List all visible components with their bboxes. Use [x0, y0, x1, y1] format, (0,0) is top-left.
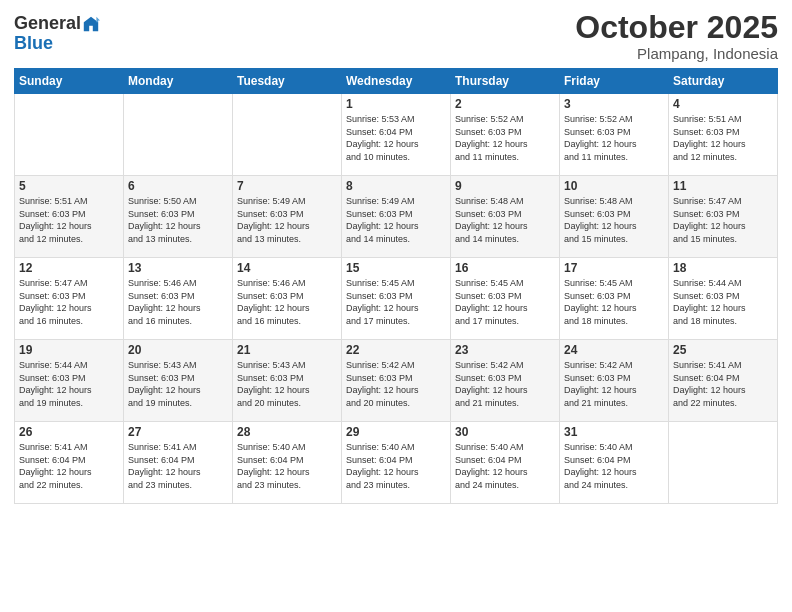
table-cell: 16Sunrise: 5:45 AM Sunset: 6:03 PM Dayli… — [451, 258, 560, 340]
day-info: Sunrise: 5:53 AM Sunset: 6:04 PM Dayligh… — [346, 113, 446, 163]
day-info: Sunrise: 5:45 AM Sunset: 6:03 PM Dayligh… — [455, 277, 555, 327]
table-cell: 19Sunrise: 5:44 AM Sunset: 6:03 PM Dayli… — [15, 340, 124, 422]
table-cell: 23Sunrise: 5:42 AM Sunset: 6:03 PM Dayli… — [451, 340, 560, 422]
day-number: 27 — [128, 425, 228, 439]
day-number: 17 — [564, 261, 664, 275]
logo-icon — [82, 15, 100, 33]
table-cell: 26Sunrise: 5:41 AM Sunset: 6:04 PM Dayli… — [15, 422, 124, 504]
day-info: Sunrise: 5:48 AM Sunset: 6:03 PM Dayligh… — [455, 195, 555, 245]
table-cell — [15, 94, 124, 176]
month-title: October 2025 — [575, 10, 778, 45]
day-number: 28 — [237, 425, 337, 439]
day-info: Sunrise: 5:48 AM Sunset: 6:03 PM Dayligh… — [564, 195, 664, 245]
location: Plampang, Indonesia — [575, 45, 778, 62]
col-monday: Monday — [124, 69, 233, 94]
day-number: 1 — [346, 97, 446, 111]
week-row-1: 5Sunrise: 5:51 AM Sunset: 6:03 PM Daylig… — [15, 176, 778, 258]
table-cell — [233, 94, 342, 176]
table-cell: 21Sunrise: 5:43 AM Sunset: 6:03 PM Dayli… — [233, 340, 342, 422]
day-number: 3 — [564, 97, 664, 111]
table-cell — [669, 422, 778, 504]
day-info: Sunrise: 5:42 AM Sunset: 6:03 PM Dayligh… — [455, 359, 555, 409]
day-info: Sunrise: 5:41 AM Sunset: 6:04 PM Dayligh… — [19, 441, 119, 491]
col-sunday: Sunday — [15, 69, 124, 94]
table-cell: 27Sunrise: 5:41 AM Sunset: 6:04 PM Dayli… — [124, 422, 233, 504]
logo-general: General — [14, 14, 81, 34]
table-cell: 24Sunrise: 5:42 AM Sunset: 6:03 PM Dayli… — [560, 340, 669, 422]
col-friday: Friday — [560, 69, 669, 94]
day-number: 21 — [237, 343, 337, 357]
col-tuesday: Tuesday — [233, 69, 342, 94]
table-cell: 4Sunrise: 5:51 AM Sunset: 6:03 PM Daylig… — [669, 94, 778, 176]
table-cell: 31Sunrise: 5:40 AM Sunset: 6:04 PM Dayli… — [560, 422, 669, 504]
day-number: 20 — [128, 343, 228, 357]
table-cell: 10Sunrise: 5:48 AM Sunset: 6:03 PM Dayli… — [560, 176, 669, 258]
day-info: Sunrise: 5:51 AM Sunset: 6:03 PM Dayligh… — [19, 195, 119, 245]
day-info: Sunrise: 5:45 AM Sunset: 6:03 PM Dayligh… — [564, 277, 664, 327]
week-row-2: 12Sunrise: 5:47 AM Sunset: 6:03 PM Dayli… — [15, 258, 778, 340]
day-number: 5 — [19, 179, 119, 193]
day-info: Sunrise: 5:41 AM Sunset: 6:04 PM Dayligh… — [128, 441, 228, 491]
day-number: 30 — [455, 425, 555, 439]
calendar-table: Sunday Monday Tuesday Wednesday Thursday… — [14, 68, 778, 504]
col-saturday: Saturday — [669, 69, 778, 94]
table-cell: 8Sunrise: 5:49 AM Sunset: 6:03 PM Daylig… — [342, 176, 451, 258]
table-cell — [124, 94, 233, 176]
table-cell: 30Sunrise: 5:40 AM Sunset: 6:04 PM Dayli… — [451, 422, 560, 504]
day-number: 8 — [346, 179, 446, 193]
day-number: 9 — [455, 179, 555, 193]
day-number: 2 — [455, 97, 555, 111]
day-info: Sunrise: 5:50 AM Sunset: 6:03 PM Dayligh… — [128, 195, 228, 245]
table-cell: 5Sunrise: 5:51 AM Sunset: 6:03 PM Daylig… — [15, 176, 124, 258]
day-number: 29 — [346, 425, 446, 439]
day-info: Sunrise: 5:47 AM Sunset: 6:03 PM Dayligh… — [673, 195, 773, 245]
day-info: Sunrise: 5:51 AM Sunset: 6:03 PM Dayligh… — [673, 113, 773, 163]
table-cell: 18Sunrise: 5:44 AM Sunset: 6:03 PM Dayli… — [669, 258, 778, 340]
day-info: Sunrise: 5:49 AM Sunset: 6:03 PM Dayligh… — [237, 195, 337, 245]
day-number: 23 — [455, 343, 555, 357]
day-number: 26 — [19, 425, 119, 439]
day-number: 6 — [128, 179, 228, 193]
day-info: Sunrise: 5:46 AM Sunset: 6:03 PM Dayligh… — [237, 277, 337, 327]
day-number: 11 — [673, 179, 773, 193]
day-number: 12 — [19, 261, 119, 275]
day-info: Sunrise: 5:47 AM Sunset: 6:03 PM Dayligh… — [19, 277, 119, 327]
logo-blue: Blue — [14, 34, 53, 54]
day-info: Sunrise: 5:40 AM Sunset: 6:04 PM Dayligh… — [564, 441, 664, 491]
day-number: 18 — [673, 261, 773, 275]
table-cell: 20Sunrise: 5:43 AM Sunset: 6:03 PM Dayli… — [124, 340, 233, 422]
table-cell: 11Sunrise: 5:47 AM Sunset: 6:03 PM Dayli… — [669, 176, 778, 258]
table-cell: 29Sunrise: 5:40 AM Sunset: 6:04 PM Dayli… — [342, 422, 451, 504]
table-cell: 3Sunrise: 5:52 AM Sunset: 6:03 PM Daylig… — [560, 94, 669, 176]
day-number: 22 — [346, 343, 446, 357]
day-info: Sunrise: 5:52 AM Sunset: 6:03 PM Dayligh… — [455, 113, 555, 163]
day-number: 25 — [673, 343, 773, 357]
page-container: General Blue October 2025 Plampang, Indo… — [0, 0, 792, 512]
day-info: Sunrise: 5:46 AM Sunset: 6:03 PM Dayligh… — [128, 277, 228, 327]
header-row: General Blue October 2025 Plampang, Indo… — [14, 10, 778, 62]
day-number: 16 — [455, 261, 555, 275]
day-number: 10 — [564, 179, 664, 193]
table-cell: 9Sunrise: 5:48 AM Sunset: 6:03 PM Daylig… — [451, 176, 560, 258]
week-row-3: 19Sunrise: 5:44 AM Sunset: 6:03 PM Dayli… — [15, 340, 778, 422]
table-cell: 14Sunrise: 5:46 AM Sunset: 6:03 PM Dayli… — [233, 258, 342, 340]
col-thursday: Thursday — [451, 69, 560, 94]
day-number: 13 — [128, 261, 228, 275]
table-cell: 1Sunrise: 5:53 AM Sunset: 6:04 PM Daylig… — [342, 94, 451, 176]
day-info: Sunrise: 5:43 AM Sunset: 6:03 PM Dayligh… — [237, 359, 337, 409]
day-info: Sunrise: 5:44 AM Sunset: 6:03 PM Dayligh… — [673, 277, 773, 327]
day-info: Sunrise: 5:40 AM Sunset: 6:04 PM Dayligh… — [237, 441, 337, 491]
col-wednesday: Wednesday — [342, 69, 451, 94]
day-info: Sunrise: 5:42 AM Sunset: 6:03 PM Dayligh… — [346, 359, 446, 409]
weekday-header-row: Sunday Monday Tuesday Wednesday Thursday… — [15, 69, 778, 94]
table-cell: 6Sunrise: 5:50 AM Sunset: 6:03 PM Daylig… — [124, 176, 233, 258]
day-info: Sunrise: 5:40 AM Sunset: 6:04 PM Dayligh… — [455, 441, 555, 491]
table-cell: 15Sunrise: 5:45 AM Sunset: 6:03 PM Dayli… — [342, 258, 451, 340]
table-cell: 2Sunrise: 5:52 AM Sunset: 6:03 PM Daylig… — [451, 94, 560, 176]
table-cell: 17Sunrise: 5:45 AM Sunset: 6:03 PM Dayli… — [560, 258, 669, 340]
day-info: Sunrise: 5:42 AM Sunset: 6:03 PM Dayligh… — [564, 359, 664, 409]
week-row-0: 1Sunrise: 5:53 AM Sunset: 6:04 PM Daylig… — [15, 94, 778, 176]
day-number: 19 — [19, 343, 119, 357]
title-block: October 2025 Plampang, Indonesia — [575, 10, 778, 62]
day-number: 14 — [237, 261, 337, 275]
